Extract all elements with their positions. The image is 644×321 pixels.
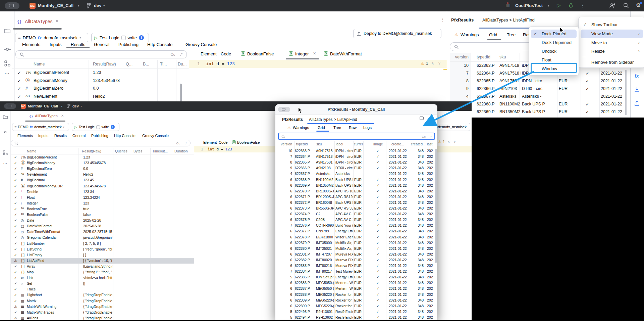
scrollbar[interactable] [180, 84, 182, 102]
table-row[interactable]: 6622373.PBR550S-JPAPC RS 550EUR✓2021-01-… [277, 205, 436, 211]
float-window-titlebar[interactable]: PfxResults - Monthly_CE_Call [275, 104, 437, 114]
tab-inputs[interactable]: Inputs [38, 134, 48, 138]
column-header-name[interactable]: Name [27, 149, 36, 153]
table-row[interactable]: 6622387.PMEG5050-(Merten - WEUR✓2021-01-… [277, 286, 436, 291]
tab-general[interactable]: General [94, 42, 109, 47]
table-row[interactable]: ✓▤DateWithFormat2025-02-28 [11, 223, 194, 229]
table-row[interactable]: ✓ABNewElementHello2 [12, 93, 189, 101]
panel-tab-pfxresults[interactable]: PfxResults [451, 17, 474, 22]
settings-button[interactable]: ⚙ [636, 2, 641, 8]
table-row[interactable]: ✓▥Highchart{ "dragDropEnabled [11, 292, 194, 298]
table-row[interactable]: 6622380.PIMT35031Multifix Air,EUR✓2021-0… [277, 246, 436, 251]
table-row[interactable]: 6622368.PBN1100M2Back UPS PEUR✓2021-01-2… [277, 177, 436, 183]
panel-tab-pfxresults[interactable]: PfxResults [282, 117, 303, 122]
code-tab-code[interactable]: Code [219, 140, 227, 144]
regex-toggle[interactable]: .* [185, 141, 187, 145]
table-row[interactable]: ✓◌Set[] [11, 281, 194, 286]
table-row[interactable]: ✓⊕Link<html><a href="http [11, 275, 194, 281]
run-button[interactable]: ▷ [557, 2, 561, 8]
table-row[interactable]: 9622366.PA9N2103DT60 - circEUR✓2021-01-2… [277, 165, 436, 171]
run-config-selector[interactable]: CostPlusTest [515, 3, 543, 8]
table-row[interactable]: ✓↓%BigDecimalPercent1.23 [12, 69, 189, 77]
play-icon[interactable]: ▷ [94, 35, 98, 40]
tab-general[interactable]: General [72, 134, 86, 138]
table-row[interactable]: 8622365.PA9N17581iDPN - circuEUR✓2021-01… [277, 159, 436, 165]
editor-current-line[interactable]: 1 int d = 123 ⚠ 1 ∧ ∨ [189, 60, 447, 68]
table-row[interactable]: 6622382.PIMT80020Mureva FIXEUR✓2021-01-2… [277, 257, 436, 263]
table-row[interactable]: ⚠[]ListApiFind[ { "version" : 10, "t [11, 258, 194, 264]
table-row[interactable]: 6622371.PBR1200S-JAPC RS120EUR✓2021-01-2… [277, 194, 436, 200]
debug-button[interactable] [568, 3, 574, 8]
tab-results[interactable]: Results [54, 134, 67, 138]
table-row[interactable]: ✓10BooleanTruetrue [11, 206, 194, 212]
warning-stripe-mark[interactable] [443, 69, 447, 70]
table-row[interactable]: 7622376.PCCTFR690'Build Your (EUR✓2021-0… [277, 223, 436, 228]
file-tab-alldatatypes[interactable]: AllDataTypes [35, 114, 58, 118]
element-tab-booleanfalse[interactable]: BooleanFalse [247, 51, 274, 56]
tab-http-console[interactable]: Http Console [114, 134, 136, 138]
column-header-name[interactable]: Name [34, 62, 45, 66]
table-row[interactable]: 6622377.PCN9789Energy EfficEUR✓2021-01-2… [277, 228, 436, 234]
menu-item-show-toolbar[interactable]: ✓ Show Toolbar [581, 20, 643, 29]
test-logic-label[interactable]: Test Logic [78, 125, 94, 129]
column-header-timeout[interactable]: Timeout... [152, 149, 168, 153]
table-row[interactable]: 6622374.PC2APC AV C 1EUR✓2021-01-2234820… [277, 211, 436, 217]
table-row[interactable]: 6622370.PBR1000S-JAPC RS 100EUR✓2021-01-… [450, 116, 625, 118]
table-row[interactable]: ✓[]ListNumber[ 2, 7, 5, 8 ] [11, 241, 194, 246]
column-header-queries[interactable]: Queries [115, 149, 127, 153]
column-header-bytes[interactable]: B... [143, 62, 149, 66]
menu-item-dock-pinned[interactable]: ✓ Dock Pinned [531, 30, 577, 38]
more-options-icon[interactable]: ⋮ [429, 116, 433, 121]
column-header-sku[interactable]: sku [499, 55, 506, 59]
menu-item-dock-unpinned[interactable]: Dock Unpinned [531, 38, 577, 47]
tab-results[interactable]: Results [71, 42, 85, 47]
tab-elements[interactable]: Elements [22, 42, 40, 47]
regex-toggle[interactable]: .* [430, 135, 432, 138]
column-header-typedid[interactable]: typedId [477, 55, 490, 59]
hide-window-icon[interactable] [420, 117, 424, 120]
column-header-typedid[interactable]: typedId [296, 142, 308, 146]
tab-publishing[interactable]: Publishing [118, 42, 139, 47]
table-row[interactable]: 6622370.PBR1000S-JAPC RS 100EUR✓2021-01-… [277, 188, 436, 194]
subtab-warnings[interactable]: Warnings [461, 32, 479, 37]
search-button[interactable] [623, 3, 629, 8]
commit-icon[interactable] [2, 130, 8, 134]
branch-selector[interactable]: dev [94, 3, 101, 8]
code-tab-element[interactable]: Element [203, 140, 217, 144]
download-icon[interactable] [634, 87, 640, 92]
next-warning-icon[interactable]: ∨ [453, 140, 456, 143]
more-actions-button[interactable]: ⋮ [580, 3, 585, 8]
grid-search-input[interactable]: Cc .* [278, 133, 435, 140]
column-header-image[interactable]: image [373, 142, 383, 146]
table-row[interactable]: 6622378.PEER31800Wiser EnergEUR✓2021-01-… [277, 234, 436, 240]
column-header-label[interactable]: label [336, 142, 343, 146]
info-icon[interactable]: i [139, 35, 144, 40]
close-icon[interactable]: ✕ [61, 114, 64, 118]
subtab-grid[interactable]: Grid [489, 32, 497, 37]
column-header-bytes[interactable]: Bytes [133, 149, 142, 153]
table-row[interactable]: ✓10BooleanFalsefalse [11, 212, 194, 218]
tab-groovy-console[interactable]: Groovy Console [142, 134, 169, 138]
table-row[interactable]: ✓↓%BigDecimalPercent1.23 [11, 154, 194, 160]
table-row[interactable]: ✓$BigDecimalMoneyEUR123.45345678 [11, 183, 194, 189]
play-icon[interactable]: ▷ [74, 125, 77, 129]
match-case-toggle[interactable]: Cc [171, 52, 175, 56]
table-row[interactable]: 6622369.PBN1350M2Back UPS PEUR✓2021-01-2… [450, 108, 625, 116]
element-tab-datewithformat[interactable]: DateWithFormat [330, 51, 362, 56]
project-selector[interactable]: Monthly_CE_Call [38, 3, 73, 8]
fx-tool-icon[interactable]: fx [635, 73, 639, 79]
subtab-grid[interactable]: Grid [318, 126, 325, 130]
code-tab-code[interactable]: Code [221, 51, 231, 56]
menu-item-remove-from-sidebar[interactable]: Remove from Sidebar [581, 58, 643, 67]
table-row[interactable]: 6622386.PMEG5050-(Merten - WEUR✓2021-01-… [277, 280, 436, 286]
tab-inputs[interactable]: Inputs [50, 42, 61, 47]
subtab-tree[interactable]: Tree [333, 126, 341, 130]
table-row[interactable]: 4622367.PAsterisksAsterisks -2021-01-223… [277, 171, 436, 177]
table-row[interactable]: 6622389.PMEG5220-(Rocker for :EUR✓2021-0… [277, 297, 436, 303]
close-icon[interactable]: ✕ [55, 19, 59, 24]
table-row[interactable]: 6622390.PMEG5220-(Rocker for :EUR✓2021-0… [277, 303, 436, 309]
table-row[interactable]: ✓$BigDecimalMoney123.45345678 [11, 160, 194, 166]
menu-item-move-to[interactable]: Move to › [581, 39, 643, 47]
more-tool-windows-icon[interactable]: ⋯ [3, 161, 7, 166]
info-icon[interactable]: i [111, 125, 115, 129]
